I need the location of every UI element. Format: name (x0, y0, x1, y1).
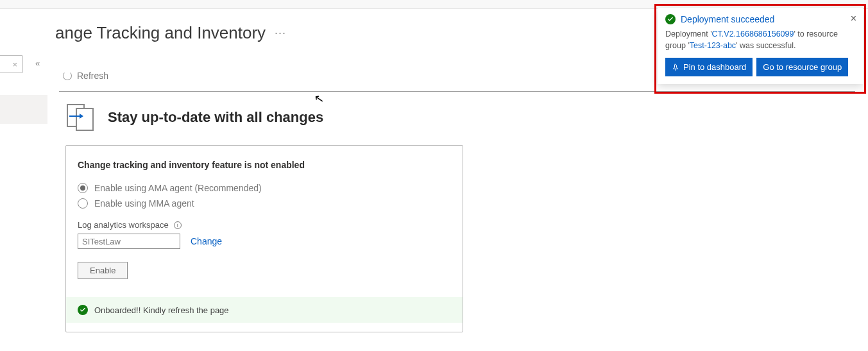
enable-card: Change tracking and inventory feature is… (65, 145, 463, 332)
radio-label: Enable using MMA agent (94, 198, 194, 209)
sidebar-selected-item[interactable] (0, 95, 47, 124)
radio-label: Enable using AMA agent (Recommended) (94, 183, 262, 193)
go-to-resource-group-button[interactable]: Go to resource group (756, 58, 848, 76)
collapse-sidebar-icon[interactable]: « (35, 58, 40, 68)
feature-icon (65, 104, 96, 131)
close-icon[interactable]: × (851, 13, 856, 24)
status-banner: Onboarded!! Kindly refresh the page (66, 297, 463, 323)
enable-button[interactable]: Enable (78, 262, 128, 279)
toast-highlight: × Deployment succeeded Deployment 'CT.V2… (654, 4, 866, 94)
panel-heading: Stay up-to-date with all changes (108, 109, 323, 126)
more-icon[interactable]: ··· (275, 26, 286, 40)
success-icon (78, 305, 88, 315)
pin-icon (672, 64, 679, 71)
radio-option-mma[interactable]: Enable using MMA agent (78, 198, 451, 209)
resource-group-link[interactable]: Test-123-abc (690, 41, 736, 50)
pin-to-dashboard-button[interactable]: Pin to dashboard (665, 58, 753, 76)
status-message: Onboarded!! Kindly refresh the page (94, 305, 229, 315)
radio-icon (78, 183, 88, 193)
workspace-label: Log analytics workspace (78, 220, 169, 230)
toast-title: Deployment succeeded (681, 14, 774, 24)
card-title: Change tracking and inventory feature is… (78, 160, 451, 170)
radio-option-ama[interactable]: Enable using AMA agent (Recommended) (78, 183, 451, 193)
close-panel-button[interactable]: × (0, 55, 23, 73)
deployment-link[interactable]: CT.V2.1668686156099 (712, 30, 794, 39)
workspace-input[interactable] (78, 234, 180, 249)
page-title: ange Tracking and Inventory (55, 23, 266, 43)
refresh-button[interactable]: Refresh (77, 71, 108, 81)
info-icon[interactable]: i (174, 221, 182, 229)
toast-body: Deployment 'CT.V2.1668686156099' to reso… (665, 28, 855, 51)
deployment-toast: × Deployment succeeded Deployment 'CT.V2… (658, 8, 863, 84)
refresh-icon[interactable] (63, 71, 72, 80)
change-workspace-link[interactable]: Change (191, 236, 222, 246)
toolbar: Refresh (59, 64, 112, 87)
radio-icon (78, 198, 88, 209)
success-icon (665, 14, 676, 24)
